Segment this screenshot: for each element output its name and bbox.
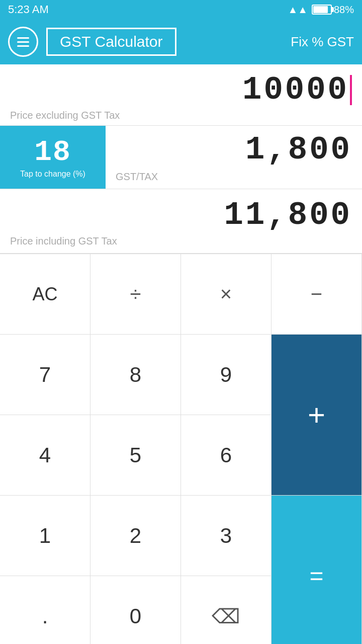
key-minus[interactable]: − bbox=[272, 254, 362, 335]
battery-percent: 88% bbox=[334, 4, 354, 16]
price-including-label: Price including GST Tax bbox=[10, 235, 352, 247]
signal-icon: ▲▲ bbox=[288, 4, 308, 16]
gst-label: GST/TAX bbox=[116, 171, 352, 183]
key-3[interactable]: 3 bbox=[181, 496, 272, 576]
key-5[interactable]: 5 bbox=[90, 415, 181, 496]
key-7[interactable]: 7 bbox=[0, 335, 90, 415]
price-excluding-value: 10000 bbox=[10, 72, 352, 108]
price-including-value: 11,800 bbox=[10, 197, 352, 233]
price-excluding-label: Price excluding GST Tax bbox=[10, 110, 352, 121]
key-1[interactable]: 1 bbox=[0, 496, 90, 576]
header-title-box: GST Calculator bbox=[46, 28, 176, 56]
key-0[interactable]: 0 bbox=[90, 576, 181, 644]
gst-value: 1,800 bbox=[116, 132, 352, 168]
key-8[interactable]: 8 bbox=[90, 335, 181, 415]
key-equals[interactable]: = bbox=[272, 496, 362, 644]
keypad: AC ÷ × − 7 8 9 + 4 5 6 1 2 3 = . 0 ⌫ bbox=[0, 254, 362, 644]
gst-row: 18 Tap to change (%) 1,800 GST/TAX bbox=[0, 126, 362, 189]
gst-percent-value: 18 bbox=[34, 136, 71, 169]
gst-value-area: 1,800 GST/TAX bbox=[106, 126, 362, 189]
key-6[interactable]: 6 bbox=[181, 415, 272, 496]
battery: 88% bbox=[312, 4, 354, 16]
status-bar: 5:23 AM ▲▲ 88% bbox=[0, 0, 362, 19]
price-including-row: 11,800 Price including GST Tax bbox=[0, 189, 362, 253]
key-backspace[interactable]: ⌫ bbox=[181, 576, 272, 644]
fix-gst-button[interactable]: Fix % GST bbox=[291, 34, 354, 50]
menu-button[interactable] bbox=[8, 27, 38, 57]
status-right: ▲▲ 88% bbox=[288, 4, 354, 16]
key-2[interactable]: 2 bbox=[90, 496, 181, 576]
key-4[interactable]: 4 bbox=[0, 415, 90, 496]
menu-icon bbox=[17, 37, 29, 47]
gst-tap-label: Tap to change (%) bbox=[20, 170, 85, 179]
key-ac[interactable]: AC bbox=[0, 254, 90, 335]
key-divide[interactable]: ÷ bbox=[90, 254, 181, 335]
header: GST Calculator Fix % GST bbox=[0, 19, 362, 64]
price-excluding-row: 10000 Price excluding GST Tax bbox=[0, 64, 362, 126]
time: 5:23 AM bbox=[8, 3, 49, 16]
header-title: GST Calculator bbox=[60, 33, 163, 50]
key-dot[interactable]: . bbox=[0, 576, 90, 644]
key-multiply[interactable]: × bbox=[181, 254, 272, 335]
display-area: 10000 Price excluding GST Tax 18 Tap to … bbox=[0, 64, 362, 254]
key-9[interactable]: 9 bbox=[181, 335, 272, 415]
key-plus[interactable]: + bbox=[272, 335, 362, 496]
gst-percent-button[interactable]: 18 Tap to change (%) bbox=[0, 126, 106, 189]
